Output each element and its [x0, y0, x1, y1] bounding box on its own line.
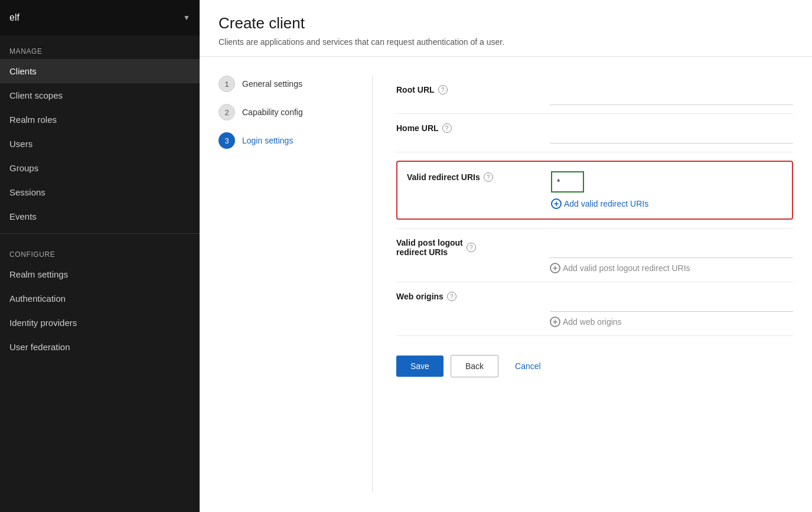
- add-post-logout-uri-icon: +: [550, 263, 560, 273]
- step-1-label: General settings: [242, 79, 302, 89]
- post-logout-help-icon[interactable]: ?: [467, 243, 476, 252]
- realm-name: elf: [9, 12, 19, 23]
- post-logout-row: Valid post logout redirect URIs ? + Add …: [396, 229, 793, 282]
- web-origins-label: Web origins: [396, 292, 443, 301]
- redirect-uris-help-icon[interactable]: ?: [484, 172, 493, 182]
- form-panel: Root URL ? Home URL ?: [396, 76, 793, 493]
- form-actions: Save Back Cancel: [396, 355, 793, 377]
- sidebar-item-authentication[interactable]: Authentication: [0, 286, 200, 311]
- page-title: Create client: [219, 14, 793, 32]
- step-2-label: Capability config: [242, 107, 303, 117]
- step-3-circle: 3: [219, 132, 235, 149]
- sidebar: elf ▼ Manage Clients Client scopes Realm…: [0, 0, 200, 512]
- root-url-label: Root URL: [396, 85, 435, 94]
- sidebar-item-groups[interactable]: Groups: [0, 156, 200, 180]
- step-1[interactable]: 1 General settings: [219, 76, 348, 92]
- sidebar-divider: [0, 233, 200, 234]
- add-redirect-uri-icon: +: [551, 198, 562, 209]
- add-web-origins-link[interactable]: + Add web origins: [550, 317, 622, 327]
- root-url-help-icon[interactable]: ?: [438, 85, 448, 94]
- step-2[interactable]: 2 Capability config: [219, 104, 348, 120]
- post-logout-input-col: + Add valid post logout redirect URIs: [550, 237, 793, 273]
- realm-selector[interactable]: elf ▼: [0, 0, 200, 35]
- home-url-row: Home URL ?: [396, 114, 793, 152]
- step-2-circle: 2: [219, 104, 235, 120]
- step-1-circle: 1: [219, 76, 235, 92]
- redirect-uris-input-col: + Add valid redirect URIs: [551, 171, 782, 209]
- dropdown-arrow-icon: ▼: [183, 14, 190, 22]
- web-origins-input[interactable]: [550, 291, 793, 312]
- step-3-label: Login settings: [242, 136, 293, 145]
- add-redirect-uri-link[interactable]: + Add valid redirect URIs: [551, 198, 648, 209]
- redirect-uri-input[interactable]: [551, 171, 584, 193]
- home-url-input-col: [550, 122, 793, 144]
- page-header: Create client Clients are applications a…: [200, 0, 812, 57]
- configure-section-label: Configure: [0, 239, 200, 262]
- steps-panel: 1 General settings 2 Capability config 3…: [219, 76, 348, 493]
- main-body: 1 General settings 2 Capability config 3…: [200, 57, 812, 512]
- sidebar-item-users[interactable]: Users: [0, 132, 200, 156]
- web-origins-help-icon[interactable]: ?: [447, 292, 456, 301]
- main-content: Create client Clients are applications a…: [200, 0, 812, 512]
- redirect-uris-label: Valid redirect URIs: [407, 172, 480, 182]
- sidebar-item-sessions[interactable]: Sessions: [0, 180, 200, 204]
- add-post-logout-uri-link[interactable]: + Add valid post logout redirect URIs: [550, 263, 690, 273]
- root-url-input-col: [550, 84, 793, 105]
- save-button[interactable]: Save: [396, 356, 443, 377]
- post-logout-uri-input[interactable]: [550, 237, 793, 258]
- sidebar-item-client-scopes[interactable]: Client scopes: [0, 83, 200, 107]
- home-url-label: Home URL: [396, 123, 439, 133]
- add-web-origins-icon: +: [550, 317, 560, 327]
- step-3[interactable]: 3 Login settings: [219, 132, 348, 149]
- sidebar-item-user-federation[interactable]: User federation: [0, 335, 200, 359]
- post-logout-label: Valid post logout redirect URIs: [396, 238, 463, 257]
- sidebar-item-realm-roles[interactable]: Realm roles: [0, 107, 200, 132]
- redirect-uris-section: Valid redirect URIs ? + Add valid redire…: [396, 161, 793, 220]
- sidebar-item-realm-settings[interactable]: Realm settings: [0, 262, 200, 286]
- root-url-input[interactable]: [550, 84, 793, 105]
- web-origins-row: Web origins ? + Add web origins: [396, 282, 793, 336]
- manage-section-label: Manage: [0, 35, 200, 59]
- web-origins-label-col: Web origins ?: [396, 291, 550, 301]
- web-origins-input-col: + Add web origins: [550, 291, 793, 327]
- home-url-help-icon[interactable]: ?: [442, 123, 452, 133]
- cancel-button[interactable]: Cancel: [506, 356, 550, 377]
- sidebar-item-events[interactable]: Events: [0, 204, 200, 229]
- sidebar-item-identity-providers[interactable]: Identity providers: [0, 311, 200, 335]
- vertical-divider: [372, 76, 373, 493]
- root-url-row: Root URL ?: [396, 76, 793, 114]
- redirect-uris-section-wrapper: Valid redirect URIs ? + Add valid redire…: [396, 152, 793, 229]
- home-url-label-col: Home URL ?: [396, 122, 550, 133]
- home-url-input[interactable]: [550, 122, 793, 144]
- page-subtitle: Clients are applications and services th…: [219, 37, 793, 47]
- sidebar-item-clients[interactable]: Clients: [0, 59, 200, 83]
- redirect-uris-label-col: Valid redirect URIs ?: [407, 171, 551, 182]
- root-url-label-col: Root URL ?: [396, 84, 550, 94]
- post-logout-label-col: Valid post logout redirect URIs ?: [396, 237, 550, 257]
- back-button[interactable]: Back: [451, 355, 498, 377]
